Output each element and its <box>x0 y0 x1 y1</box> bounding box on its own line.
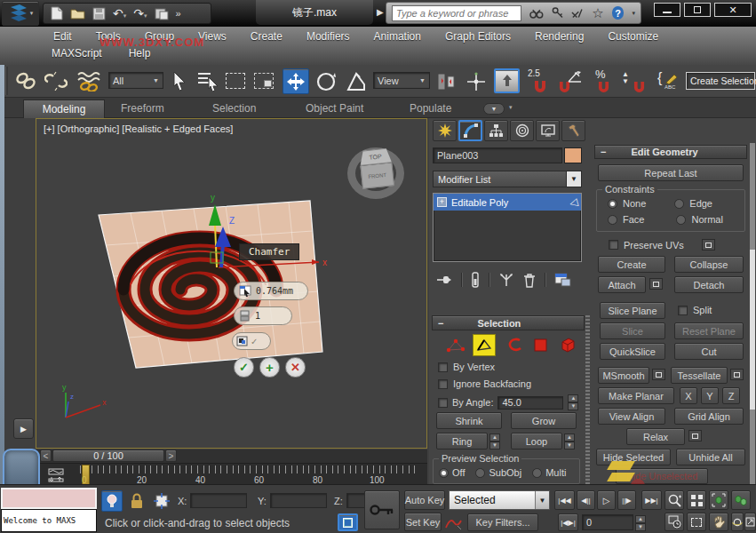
set-keys-button[interactable] <box>364 490 400 529</box>
ring-spinner[interactable]: ▲▼ <box>489 434 500 449</box>
dropdown-arrow-button[interactable]: ▼ <box>566 171 581 187</box>
menu-graph-editors[interactable]: Graph Editors <box>445 30 511 43</box>
save-file-icon[interactable] <box>92 7 106 20</box>
make-planar-y-button[interactable]: Y <box>701 387 719 404</box>
time-slider-bar[interactable]: 0 20 40 60 80 100 <box>36 463 427 486</box>
zoom-region-button[interactable] <box>687 513 706 531</box>
selection-lock-toggle[interactable] <box>130 493 144 509</box>
select-and-move-button[interactable] <box>283 68 309 94</box>
make-planar-x-button[interactable]: X <box>680 387 697 404</box>
msmooth-settings-button[interactable] <box>652 369 665 380</box>
minimize-button[interactable] <box>654 3 680 17</box>
key-filters-button[interactable]: Key Filters... <box>467 513 538 531</box>
make-unique-button[interactable] <box>498 273 514 287</box>
preserve-uvs-settings-button[interactable] <box>702 239 715 251</box>
relax-settings-button[interactable] <box>688 430 702 442</box>
edit-geometry-rollout-header[interactable]: − Edit Geometry <box>594 145 747 159</box>
ring-button[interactable]: Ring <box>436 433 488 449</box>
ribbon-minimize-button[interactable]: ▼ <box>483 103 505 115</box>
tab-modeling[interactable]: Modeling <box>23 99 105 118</box>
make-planar-z-button[interactable]: Z <box>722 387 740 404</box>
maximize-button[interactable] <box>684 3 711 17</box>
search-binoculars-icon[interactable] <box>529 7 544 20</box>
select-and-manipulate-button[interactable] <box>494 68 520 93</box>
constraint-edge-radio[interactable] <box>674 199 684 209</box>
stack-item-editable-poly[interactable]: + Editable Poly ◁ <box>434 194 581 211</box>
tessellate-settings-button[interactable] <box>730 369 744 380</box>
menu-customize[interactable]: Customize <box>608 30 658 43</box>
border-subobject-button[interactable] <box>506 338 524 353</box>
select-and-rotate-icon[interactable] <box>314 70 338 93</box>
create-tab[interactable] <box>433 120 457 141</box>
named-selection-set-combo[interactable]: Create Selection <box>686 72 755 90</box>
application-menu-button[interactable]: ▾ <box>2 1 39 26</box>
previous-frame-track-button[interactable]: < <box>40 449 52 462</box>
rectangular-selection-region-icon[interactable] <box>226 73 245 89</box>
x-coordinate-field[interactable] <box>190 493 247 508</box>
make-planar-button[interactable]: Make Planar <box>598 387 674 404</box>
undo-icon[interactable]: ↶▾ <box>113 6 126 20</box>
favorites-star-icon[interactable]: ☆ <box>592 5 603 21</box>
play-button[interactable]: ▷ <box>597 490 616 510</box>
hide-selected-button[interactable]: Hide Selected <box>596 449 671 465</box>
viewcube-cube[interactable]: TOP FRONT <box>359 147 395 192</box>
tab-object-paint[interactable]: Object Paint <box>306 102 363 115</box>
object-name-field[interactable]: Plane003 <box>433 147 562 163</box>
viewcube[interactable]: TOP FRONT <box>346 142 410 206</box>
open-mini-curve-editor-button[interactable] <box>48 468 65 482</box>
caddy-apply-button[interactable]: + <box>259 357 280 378</box>
caddy-segments-control[interactable]: 1 <box>234 306 292 325</box>
caddy-cancel-button[interactable]: ✕ <box>285 357 306 378</box>
caddy-ok-button[interactable]: ✓ <box>234 357 254 378</box>
detach-button[interactable]: Detach <box>674 276 744 293</box>
unlink-selection-icon[interactable] <box>44 71 68 91</box>
search-input[interactable] <box>392 5 521 21</box>
menu-help[interactable]: Help <box>129 47 151 60</box>
mirror-icon[interactable] <box>435 71 457 92</box>
reference-coordinate-dropdown[interactable]: View ▼ <box>373 72 430 89</box>
next-frame-button[interactable]: ||▶ <box>617 490 636 510</box>
menu-maxscript[interactable]: MAXScript <box>52 47 102 60</box>
vertex-subobject-button[interactable] <box>446 338 466 353</box>
select-and-scale-icon[interactable] <box>345 70 368 93</box>
show-in-viewport-icon[interactable]: ◁ <box>568 195 579 210</box>
hide-unselected-button[interactable]: Hide Unselected <box>616 468 708 484</box>
snaps-toggle-button[interactable]: 2.5 <box>528 70 553 93</box>
zoom-all-button[interactable] <box>687 490 706 510</box>
repeat-last-button[interactable]: Repeat Last <box>598 164 744 181</box>
attach-button[interactable]: Attach <box>598 276 646 293</box>
unhide-all-button[interactable]: Unhide All <box>676 449 745 465</box>
by-vertex-checkbox[interactable] <box>438 362 448 372</box>
go-to-end-button[interactable]: ▶▶| <box>641 490 662 510</box>
preview-multi-radio[interactable] <box>532 468 542 478</box>
view-align-button[interactable]: View Align <box>598 408 665 425</box>
tab-selection[interactable]: Selection <box>212 102 256 115</box>
slice-button[interactable]: Slice <box>600 322 665 339</box>
collapse-button[interactable]: Collapse <box>674 256 744 273</box>
tab-freeform[interactable]: Freeform <box>121 102 164 115</box>
viewport-label[interactable]: [+] [Orthographic] [Realistic + Edged Fa… <box>44 123 233 134</box>
orbit-button[interactable] <box>731 513 744 531</box>
loop-spinner[interactable]: ▲▼ <box>564 434 575 449</box>
constraint-normal-radio[interactable] <box>676 215 686 225</box>
configure-modifier-sets-button[interactable] <box>554 273 571 287</box>
key-filter-scope-dropdown[interactable]: Selected ▼ <box>449 490 550 510</box>
preview-off-radio[interactable] <box>439 468 449 478</box>
preview-subobj-radio[interactable] <box>475 468 485 478</box>
maximize-viewport-toggle-button[interactable] <box>744 513 756 531</box>
cut-button[interactable]: Cut <box>674 343 744 360</box>
show-end-result-button[interactable] <box>471 272 480 288</box>
reset-plane-button[interactable]: Reset Plane <box>674 322 744 339</box>
relax-button[interactable]: Relax <box>626 428 685 445</box>
window-crossing-toggle-icon[interactable] <box>254 73 274 89</box>
element-subobject-button[interactable] <box>558 337 576 354</box>
scrollbar-thumb[interactable] <box>750 250 755 410</box>
auto-key-button[interactable]: Auto Key <box>404 490 445 510</box>
remove-modifier-button[interactable] <box>523 273 536 288</box>
by-angle-checkbox[interactable] <box>438 398 448 408</box>
hierarchy-tab[interactable] <box>484 120 508 141</box>
zoom-extents-all-button[interactable] <box>731 490 751 510</box>
motion-tab[interactable] <box>510 120 534 141</box>
display-tab[interactable] <box>536 120 560 141</box>
help-flyout-arrow-icon[interactable]: ▾ <box>632 10 635 17</box>
